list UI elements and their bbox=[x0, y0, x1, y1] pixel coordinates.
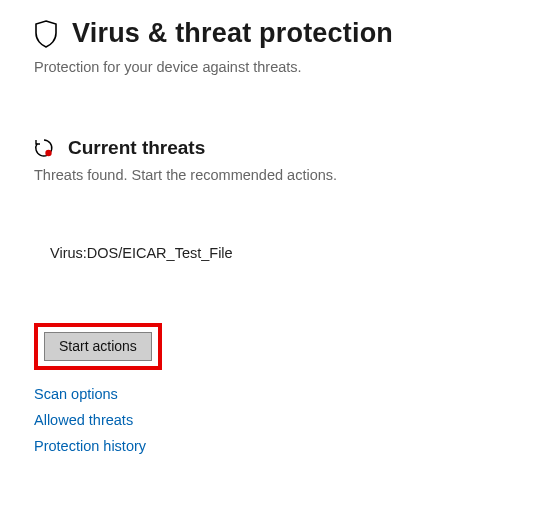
svg-point-0 bbox=[45, 150, 51, 156]
start-actions-button[interactable]: Start actions bbox=[44, 332, 152, 361]
highlight-frame: Start actions bbox=[34, 323, 162, 370]
protection-history-link[interactable]: Protection history bbox=[34, 438, 526, 454]
scan-options-link[interactable]: Scan options bbox=[34, 386, 526, 402]
section-title: Current threats bbox=[68, 137, 205, 159]
links-group: Scan options Allowed threats Protection … bbox=[34, 386, 526, 454]
current-threats-section: Current threats Threats found. Start the… bbox=[34, 137, 526, 454]
shield-icon bbox=[34, 20, 58, 48]
page-subtitle: Protection for your device against threa… bbox=[34, 59, 526, 75]
allowed-threats-link[interactable]: Allowed threats bbox=[34, 412, 526, 428]
threat-item: Virus:DOS/EICAR_Test_File bbox=[50, 245, 526, 261]
section-title-row: Current threats bbox=[34, 137, 526, 159]
section-subtitle: Threats found. Start the recommended act… bbox=[34, 167, 526, 183]
page-title-row: Virus & threat protection bbox=[34, 18, 526, 49]
page-title: Virus & threat protection bbox=[72, 18, 393, 49]
scan-alert-icon bbox=[34, 138, 54, 158]
virus-threat-page: Virus & threat protection Protection for… bbox=[0, 0, 560, 454]
